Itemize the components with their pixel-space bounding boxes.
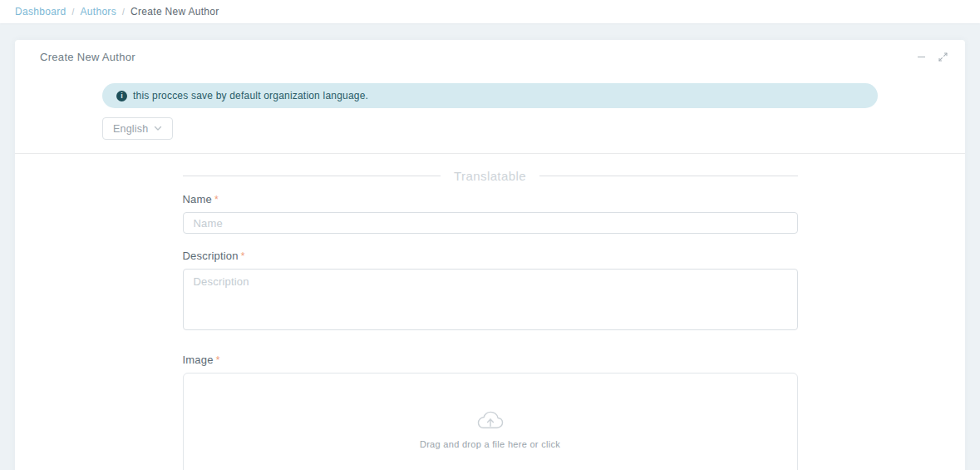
breadcrumb-link-authors[interactable]: Authors xyxy=(81,6,116,17)
breadcrumb: Dashboard / Authors / Create New Author xyxy=(15,6,219,17)
image-label-text: Image xyxy=(183,354,214,366)
language-dropdown[interactable]: English xyxy=(102,117,173,140)
name-field-group: Name* xyxy=(183,193,798,234)
name-label-text: Name xyxy=(183,193,212,205)
expand-icon[interactable] xyxy=(937,52,948,63)
image-field-group: Image* Drag and drop a file here or clic… xyxy=(183,354,798,470)
name-label: Name* xyxy=(183,193,798,205)
description-field-group: Description* xyxy=(183,250,798,334)
required-asterisk: * xyxy=(214,194,219,205)
chevron-down-icon xyxy=(154,126,162,131)
info-icon: i xyxy=(116,91,127,101)
card-title: Create New Author xyxy=(40,51,135,63)
required-asterisk: * xyxy=(241,250,245,262)
card-header: Create New Author xyxy=(15,40,965,72)
create-author-card: Create New Author i this procces save xyxy=(15,40,965,470)
breadcrumb-current-page: Create New Author xyxy=(131,6,219,17)
description-label-text: Description xyxy=(183,250,239,262)
language-dropdown-value: English xyxy=(113,123,148,135)
info-alert-text: this procces save by default organizatio… xyxy=(133,90,368,101)
card-tools xyxy=(915,52,948,63)
top-bar: Dashboard / Authors / Create New Author xyxy=(0,0,980,23)
translatable-section-divider: Translatable xyxy=(183,169,798,183)
description-label: Description* xyxy=(183,250,798,262)
name-input[interactable] xyxy=(183,212,798,234)
minimize-icon[interactable] xyxy=(915,52,927,63)
breadcrumb-separator: / xyxy=(122,7,125,17)
author-form: Translatable Name* Description* Image* xyxy=(183,154,798,470)
dropzone-text: Drag and drop a file here or click xyxy=(420,439,560,449)
description-textarea[interactable] xyxy=(183,269,798,330)
page-content: Create New Author i this procces save xyxy=(0,23,980,470)
translatable-section-title: Translatable xyxy=(454,169,526,183)
breadcrumb-link-dashboard[interactable]: Dashboard xyxy=(15,6,66,17)
image-label: Image* xyxy=(183,354,798,366)
cloud-upload-icon xyxy=(474,408,507,433)
required-asterisk: * xyxy=(216,354,220,366)
breadcrumb-separator: / xyxy=(71,7,74,17)
image-dropzone[interactable]: Drag and drop a file here or click xyxy=(183,373,798,470)
info-alert: i this procces save by default organizat… xyxy=(102,83,878,108)
